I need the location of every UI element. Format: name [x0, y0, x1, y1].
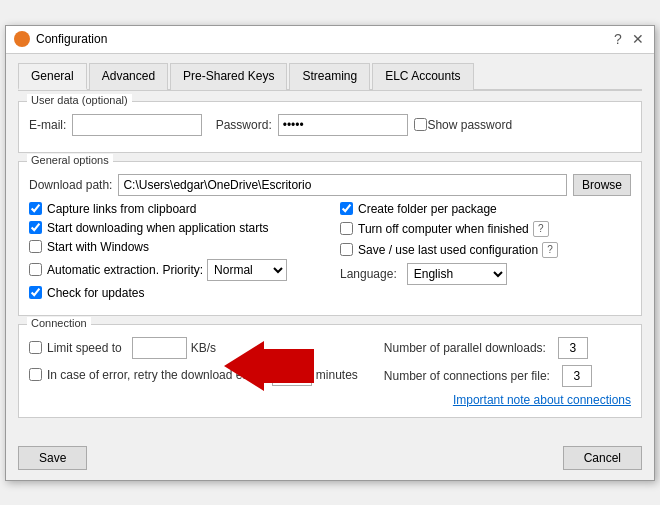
important-note-link[interactable]: Important note about connections — [453, 393, 631, 407]
main-content: General Advanced Pre-Shared Keys Streami… — [6, 54, 654, 438]
turn-off-checkbox[interactable] — [340, 222, 353, 235]
retry-label: In case of error, retry the download eac… — [47, 368, 262, 382]
email-label: E-mail: — [29, 118, 66, 132]
user-data-title: User data (optional) — [27, 94, 132, 106]
close-button[interactable]: ✕ — [630, 31, 646, 47]
retry-row: In case of error, retry the download eac… — [29, 364, 364, 386]
retry-input[interactable] — [272, 364, 312, 386]
capture-links-checkbox[interactable] — [29, 202, 42, 215]
start-downloading-label: Start downloading when application start… — [47, 221, 268, 235]
general-options-section: General options Download path: Browse Ca… — [18, 161, 642, 316]
email-input[interactable] — [72, 114, 202, 136]
user-data-row: E-mail: Password: Show password — [29, 114, 631, 136]
important-note-row: Important note about connections — [384, 393, 631, 407]
download-path-input[interactable] — [118, 174, 567, 196]
options-col-left: Capture links from clipboard Start downl… — [29, 202, 320, 305]
auto-extraction-checkbox[interactable] — [29, 263, 42, 276]
capture-links-row: Capture links from clipboard — [29, 202, 320, 216]
show-password-label: Show password — [427, 118, 512, 132]
priority-select[interactable]: Normal Low High — [207, 259, 287, 281]
window-title: Configuration — [36, 32, 610, 46]
start-downloading-checkbox[interactable] — [29, 221, 42, 234]
capture-links-label: Capture links from clipboard — [47, 202, 196, 216]
title-bar: Configuration ? ✕ — [6, 26, 654, 54]
connection-two-col: Limit speed to KB/s In case of error, re… — [29, 337, 631, 407]
turn-off-help-icon[interactable]: ? — [533, 221, 549, 237]
language-select[interactable]: English — [407, 263, 507, 285]
minutes-label: minutes — [316, 368, 358, 382]
parallel-downloads-row: Number of parallel downloads: — [384, 337, 631, 359]
save-config-checkbox[interactable] — [340, 243, 353, 256]
download-path-label: Download path: — [29, 178, 112, 192]
save-config-help-icon[interactable]: ? — [542, 242, 558, 258]
tab-presharedkeys[interactable]: Pre-Shared Keys — [170, 63, 287, 90]
language-label: Language: — [340, 267, 397, 281]
options-two-col: Capture links from clipboard Start downl… — [29, 202, 631, 305]
connections-per-file-row: Number of connections per file: — [384, 365, 631, 387]
general-options-title: General options — [27, 154, 113, 166]
connection-col-right: Number of parallel downloads: Number of … — [384, 337, 631, 407]
limit-speed-label: Limit speed to — [47, 341, 122, 355]
app-icon — [14, 31, 30, 47]
start-windows-checkbox[interactable] — [29, 240, 42, 253]
check-updates-label: Check for updates — [47, 286, 144, 300]
auto-extraction-label: Automatic extraction. Priority: — [47, 263, 203, 277]
save-config-row: Save / use last used configuration ? — [340, 242, 631, 258]
user-data-content: E-mail: Password: Show password — [29, 114, 631, 136]
create-folder-checkbox[interactable] — [340, 202, 353, 215]
cancel-button[interactable]: Cancel — [563, 446, 642, 470]
footer: Save Cancel — [6, 438, 654, 480]
tab-advanced[interactable]: Advanced — [89, 63, 168, 90]
kbs-label: KB/s — [191, 341, 216, 355]
create-folder-label: Create folder per package — [358, 202, 497, 216]
connection-col-left: Limit speed to KB/s In case of error, re… — [29, 337, 364, 391]
auto-extraction-row: Automatic extraction. Priority: Normal L… — [29, 259, 320, 281]
window-controls: ? ✕ — [610, 31, 646, 47]
check-updates-checkbox[interactable] — [29, 286, 42, 299]
user-data-section: User data (optional) E-mail: Password: S… — [18, 101, 642, 153]
password-label: Password: — [216, 118, 272, 132]
help-button[interactable]: ? — [610, 31, 626, 47]
configuration-window: Configuration ? ✕ General Advanced Pre-S… — [5, 25, 655, 481]
speed-input[interactable] — [132, 337, 187, 359]
connections-per-file-label: Number of connections per file: — [384, 369, 550, 383]
connection-title: Connection — [27, 317, 91, 329]
tab-elcaccounts[interactable]: ELC Accounts — [372, 63, 473, 90]
limit-speed-row: Limit speed to KB/s — [29, 337, 364, 359]
general-options-content: Download path: Browse Capture links from… — [29, 174, 631, 305]
options-col-right: Create folder per package Turn off compu… — [340, 202, 631, 305]
parallel-downloads-label: Number of parallel downloads: — [384, 341, 546, 355]
start-windows-row: Start with Windows — [29, 240, 320, 254]
retry-checkbox[interactable] — [29, 368, 42, 381]
parallel-downloads-input[interactable] — [558, 337, 588, 359]
turn-off-label: Turn off computer when finished — [358, 222, 529, 236]
create-folder-row: Create folder per package — [340, 202, 631, 216]
turn-off-row: Turn off computer when finished ? — [340, 221, 631, 237]
tab-general[interactable]: General — [18, 63, 87, 90]
connection-left-rows: Limit speed to KB/s In case of error, re… — [29, 337, 364, 386]
save-config-label: Save / use last used configuration — [358, 243, 538, 257]
check-updates-row: Check for updates — [29, 286, 320, 300]
show-password-checkbox[interactable] — [414, 118, 427, 131]
limit-speed-checkbox[interactable] — [29, 341, 42, 354]
language-row: Language: English — [340, 263, 631, 285]
tab-streaming[interactable]: Streaming — [289, 63, 370, 90]
tab-bar: General Advanced Pre-Shared Keys Streami… — [18, 62, 642, 91]
connections-per-file-input[interactable] — [562, 365, 592, 387]
start-downloading-row: Start downloading when application start… — [29, 221, 320, 235]
download-path-row: Download path: Browse — [29, 174, 631, 196]
connection-content: Limit speed to KB/s In case of error, re… — [29, 337, 631, 407]
save-button[interactable]: Save — [18, 446, 87, 470]
start-windows-label: Start with Windows — [47, 240, 149, 254]
password-input[interactable] — [278, 114, 408, 136]
browse-button[interactable]: Browse — [573, 174, 631, 196]
connection-section: Connection Limit speed to KB/s — [18, 324, 642, 418]
